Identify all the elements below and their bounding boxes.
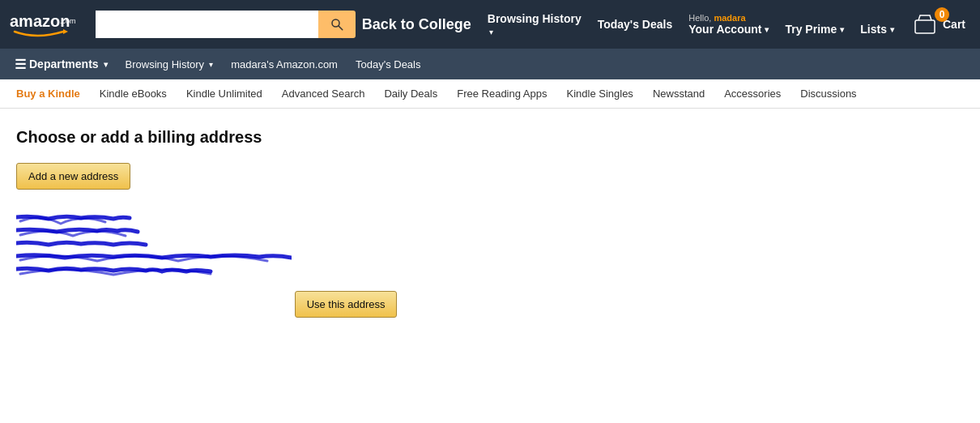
- add-new-address-button[interactable]: Add a new address: [16, 163, 130, 190]
- search-bar: [96, 11, 356, 38]
- amazon-logo: amazon .com: [8, 9, 81, 40]
- kindle-nav-bar: Buy a Kindle Kindle eBooks Kindle Unlimi…: [0, 79, 980, 109]
- svg-line-4: [339, 26, 343, 30]
- amazon-home-second-nav[interactable]: madara's Amazon.com: [223, 49, 346, 79]
- top-right-nav: Back to College Browsing History ▾ Today…: [362, 7, 972, 41]
- todays-deals-nav[interactable]: Today's Deals: [591, 15, 680, 34]
- top-banner: amazon .com Back to College Browsing His…: [0, 0, 980, 49]
- kindle-nav-newsstand[interactable]: Newsstand: [643, 79, 714, 109]
- cart-count-badge: 0: [935, 7, 949, 22]
- svg-point-3: [332, 19, 339, 27]
- main-content: Choose or add a billing address Add a ne…: [0, 109, 980, 353]
- logo-area[interactable]: amazon .com: [8, 9, 81, 40]
- kindle-nav-ebooks[interactable]: Kindle eBooks: [90, 79, 177, 109]
- kindle-nav-singles[interactable]: Kindle Singles: [556, 79, 642, 109]
- kindle-nav-advanced-search[interactable]: Advanced Search: [272, 79, 375, 109]
- your-account-nav[interactable]: Hello, madara Your Account▾: [682, 10, 775, 39]
- kindle-nav-daily-deals[interactable]: Daily Deals: [374, 79, 447, 109]
- svg-rect-5: [915, 20, 935, 33]
- svg-text:.com: .com: [60, 17, 76, 25]
- search-input[interactable]: [96, 11, 318, 38]
- search-button[interactable]: [318, 11, 356, 38]
- search-icon: [330, 17, 344, 32]
- kindle-nav-discussions[interactable]: Discussions: [790, 79, 866, 109]
- todays-deals-second-nav[interactable]: Today's Deals: [347, 49, 429, 79]
- try-prime-nav[interactable]: Try Prime▾: [778, 10, 850, 39]
- second-nav-bar: ☰ Departments ▾ Browsing History ▾ madar…: [0, 49, 980, 79]
- kindle-nav-buy-kindle[interactable]: Buy a Kindle: [6, 79, 90, 109]
- address-block: Use this address: [16, 209, 964, 318]
- use-this-address-button[interactable]: Use this address: [295, 291, 398, 318]
- page-title: Choose or add a billing address: [16, 128, 964, 147]
- lists-nav[interactable]: Lists▾: [854, 10, 901, 39]
- kindle-nav-accessories[interactable]: Accessories: [714, 79, 790, 109]
- browsing-history-nav[interactable]: Browsing History ▾: [481, 9, 588, 41]
- hamburger-icon: ☰: [15, 57, 26, 72]
- browsing-history-second-nav[interactable]: Browsing History ▾: [117, 49, 222, 79]
- kindle-nav-unlimited[interactable]: Kindle Unlimited: [177, 79, 272, 109]
- departments-nav[interactable]: ☰ Departments ▾: [6, 49, 116, 79]
- promo-banner: Back to College: [362, 16, 471, 33]
- kindle-nav-free-reading-apps[interactable]: Free Reading Apps: [447, 79, 556, 109]
- redacted-address: [16, 209, 292, 298]
- cart-nav[interactable]: 0 Cart: [904, 7, 972, 41]
